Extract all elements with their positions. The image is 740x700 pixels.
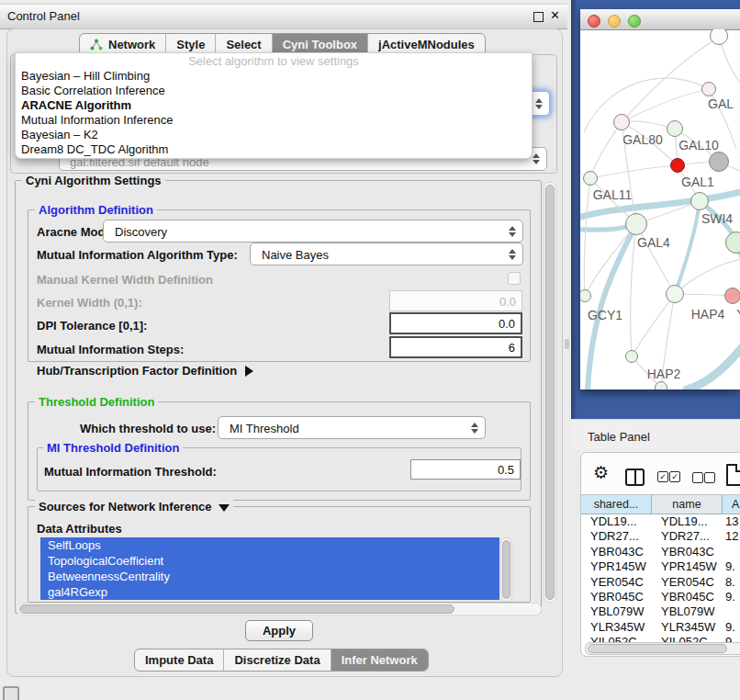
algorithm-dropdown-prompt: Select algorithm to view settings <box>16 53 532 69</box>
mi-algorithm-type-combobox[interactable]: Naive Bayes <box>250 243 523 265</box>
mi-algorithm-type-value: Naive Bayes <box>262 247 329 261</box>
panel-splitter-handle[interactable] <box>565 339 569 349</box>
table-horizontal-scrollbar[interactable] <box>585 642 740 655</box>
network-node-gal[interactable] <box>701 82 716 96</box>
table-row[interactable]: YBL079WYBL079W <box>581 604 740 619</box>
table-cell: YBR045C <box>581 590 652 604</box>
aracne-mode-combobox[interactable]: Discovery <box>103 220 523 243</box>
hub-definition-label: Hub/Transcription Factor Definition <box>37 364 237 378</box>
table-row[interactable]: YBR043CYBR043C <box>581 545 740 559</box>
network-node-gal4[interactable] <box>625 213 647 235</box>
scrollbar-thumb[interactable] <box>502 540 510 599</box>
table-cell: YER054C <box>581 575 652 590</box>
bottom-tab-impute-data[interactable]: Impute Data <box>135 649 223 671</box>
network-node-gal80[interactable] <box>613 114 630 130</box>
network-node[interactable] <box>709 152 729 172</box>
data-attribute-item[interactable]: SelfLoops <box>40 537 499 553</box>
float-window-icon[interactable] <box>533 12 544 22</box>
hub-definition-expander[interactable]: Hub/Transcription Factor Definition <box>37 364 253 378</box>
network-node-label: GAL <box>708 96 734 111</box>
network-node-gal10[interactable] <box>667 120 683 137</box>
table-cell: 9. <box>723 620 740 635</box>
network-node-label: GAL80 <box>622 132 663 147</box>
document-icon[interactable] <box>726 464 740 486</box>
attributes-scrollbar[interactable] <box>500 537 512 602</box>
table-row[interactable]: YER054CYER054C8. <box>581 575 740 590</box>
columns-icon[interactable] <box>625 469 645 486</box>
zoom-traffic-light-icon[interactable] <box>628 15 641 28</box>
close-traffic-light-icon[interactable] <box>588 15 600 28</box>
table-cell <box>723 604 740 619</box>
column-header-1[interactable]: shared... <box>581 494 652 514</box>
table-cell: 13 <box>723 514 740 529</box>
data-attribute-item[interactable]: TopologicalCoefficient <box>40 553 499 569</box>
kernel-width-field[interactable]: 0.0 <box>389 290 522 311</box>
checked-checkbox-icon[interactable]: ✓ <box>669 471 680 482</box>
data-attribute-item[interactable]: BetweennessCentrality <box>40 569 499 584</box>
settings-horizontal-scrollbar[interactable] <box>17 603 542 615</box>
mi-threshold-field[interactable]: 0.5 <box>410 459 521 480</box>
apply-button[interactable]: Apply <box>245 620 313 641</box>
minimize-traffic-light-icon[interactable] <box>608 15 621 28</box>
network-node-hap2[interactable] <box>625 350 638 363</box>
table-panel-titlebar: Table Panel <box>571 419 740 449</box>
network-canvas[interactable]: GALGAL80GAL10GAL1GAL11SWI4GAL4GCY1HAP4YH… <box>580 29 740 390</box>
table-row[interactable]: YLR345WYLR345W9. <box>581 620 740 635</box>
network-node-label: GAL1 <box>681 175 714 189</box>
table-cell: 9. <box>723 559 740 574</box>
screen: Control Panel ✕ gal:filtered.sif default… <box>0 0 740 700</box>
close-icon[interactable]: ✕ <box>550 8 560 22</box>
data-attributes-list: SelfLoopsTopologicalCoefficientBetweenne… <box>40 537 499 600</box>
collapse-down-icon <box>219 504 230 512</box>
dpi-tolerance-field[interactable]: 0.0 <box>389 312 522 334</box>
algorithm-option[interactable]: ARACNE Algorithm <box>16 98 532 113</box>
scrollbar-thumb[interactable] <box>588 644 727 653</box>
table-cell <box>723 545 740 559</box>
mi-threshold-value: 0.5 <box>498 463 514 477</box>
bottom-tabs: Impute DataDiscretize DataInfer Network <box>134 649 429 672</box>
scrollbar-thumb[interactable] <box>19 604 454 614</box>
table-row[interactable]: YDR27...YDR27...12 <box>581 529 740 544</box>
unchecked-checkbox-icon[interactable] <box>704 472 715 483</box>
algorithm-option[interactable]: Basic Correlation Inference <box>16 84 532 98</box>
column-header-3[interactable]: A <box>723 494 740 514</box>
algorithm-option[interactable]: Bayesian – K2 <box>16 128 532 142</box>
manual-kernel-width-checkbox[interactable] <box>508 272 521 285</box>
settings-vertical-scrollbar[interactable] <box>544 182 556 603</box>
network-node-gal11[interactable] <box>583 171 598 186</box>
column-header-2[interactable]: name <box>652 494 723 514</box>
network-node[interactable] <box>655 381 667 390</box>
checked-checkbox-icon[interactable]: ✓ <box>657 471 668 482</box>
algorithm-option[interactable]: Dream8 DC_TDC Algorithm <box>16 142 532 157</box>
tab-label: Select <box>226 38 261 51</box>
network-node-hap4[interactable] <box>666 285 684 303</box>
algorithm-option[interactable]: Bayesian – Hill Climbing <box>16 69 532 84</box>
network-node-y[interactable] <box>724 288 740 304</box>
network-node-gal1[interactable] <box>670 158 685 173</box>
unchecked-checkbox-icon[interactable] <box>692 472 703 483</box>
dpi-tolerance-value: 0.0 <box>499 317 515 331</box>
manual-kernel-width-label: Manual Kernel Width Definition <box>37 273 213 287</box>
mi-steps-field[interactable]: 6 <box>389 336 522 358</box>
table-row[interactable]: YDL19...YDL19...13 <box>581 514 740 529</box>
table-row[interactable]: YIL052CYIL052C9 <box>581 635 740 642</box>
scrollbar-thumb[interactable] <box>545 185 555 600</box>
algorithm-option[interactable]: Mutual Information Inference <box>16 113 532 128</box>
dock-window-icon[interactable] <box>3 686 19 700</box>
algorithm-definition-title: Algorithm Definition <box>35 203 157 217</box>
table-row[interactable]: YPR145WYPR145W9. <box>581 559 740 574</box>
network-window[interactable]: GALGAL80GAL10GAL1GAL11SWI4GAL4GCY1HAP4YH… <box>580 9 740 390</box>
table-row[interactable]: YBR045CYBR045C9. <box>581 590 740 604</box>
network-node-swi4[interactable] <box>690 192 709 210</box>
data-attribute-item[interactable]: gal4RGexp <box>40 584 499 600</box>
network-edges <box>580 29 740 390</box>
sources-group-title[interactable]: Sources for Network Inference <box>35 500 233 514</box>
which-threshold-combobox[interactable]: MI Threshold <box>218 416 486 439</box>
threshold-definition-title: Threshold Definition <box>35 395 158 409</box>
tab-label: Network <box>108 38 155 51</box>
settings-group-title: Cyni Algorithm Settings <box>22 174 165 187</box>
gear-icon[interactable]: ⚙ <box>593 464 609 482</box>
network-window-titlebar[interactable] <box>580 9 740 30</box>
bottom-tab-discretize-data[interactable]: Discretize Data <box>223 649 330 671</box>
bottom-tab-infer-network[interactable]: Infer Network <box>331 649 428 671</box>
